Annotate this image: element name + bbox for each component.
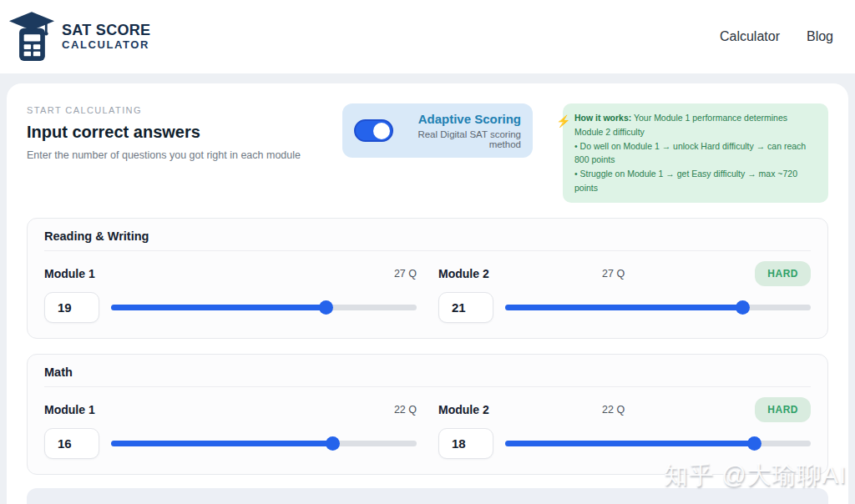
rw-module-2-input[interactable] — [438, 292, 493, 323]
question-count: 27 Q — [602, 268, 625, 280]
top-header: SAT SCORE CALCULATOR Calculator Blog — [0, 0, 855, 73]
adaptive-scoring-sublabel: Real Digital SAT scoring method — [403, 129, 521, 149]
slider-thumb[interactable] — [736, 300, 750, 315]
slider-track — [505, 441, 811, 446]
brand-subtitle: CALCULATOR — [62, 39, 150, 51]
how-it-works-bullet-2: • Struggle on Module 1 → get Easy diffic… — [574, 167, 818, 195]
module-label: Module 2 — [438, 403, 489, 416]
slider-thumb[interactable] — [326, 436, 340, 451]
math-module-2-slider[interactable] — [505, 436, 811, 451]
module-label: Module 1 — [44, 403, 95, 416]
slider-track — [505, 305, 811, 310]
rw-module-1: Module 1 27 Q — [44, 260, 417, 323]
nav-calculator[interactable]: Calculator — [720, 29, 780, 44]
section-math: Math Module 1 22 Q Module 2 22 — [27, 354, 828, 475]
slider-track — [111, 305, 417, 310]
question-count: 22 Q — [394, 404, 417, 416]
total-score-panel: Total Score 1360 94.5th percentile — [27, 488, 828, 504]
difficulty-badge: HARD — [755, 397, 811, 422]
lightning-icon: ⚡ — [556, 112, 570, 130]
math-module-2-input[interactable] — [438, 428, 493, 459]
slider-fill — [111, 305, 326, 310]
section-title: Math — [44, 365, 811, 387]
rw-module-1-slider[interactable] — [111, 300, 417, 315]
nav-blog[interactable]: Blog — [807, 29, 833, 44]
math-module-1-slider[interactable] — [111, 436, 417, 451]
section-title: Reading & Writing — [44, 229, 811, 251]
how-it-works-box: ⚡ How it works: Your Module 1 performanc… — [563, 103, 828, 203]
math-module-1-input[interactable] — [44, 428, 99, 459]
brand-name: SAT SCORE — [62, 23, 150, 39]
rw-module-2: Module 2 27 Q HARD — [438, 260, 811, 323]
adaptive-scoring-box: Adaptive Scoring Real Digital SAT scorin… — [342, 103, 533, 158]
slider-fill — [505, 305, 743, 310]
module-label: Module 1 — [44, 267, 95, 280]
slider-thumb[interactable] — [747, 436, 761, 451]
slider-thumb[interactable] — [319, 300, 333, 315]
how-it-works-heading: How it works: — [574, 113, 631, 123]
calculator-panel: START CALCULATING Input correct answers … — [7, 83, 848, 504]
how-it-works-bullet-1: • Do well on Module 1 → unlock Hard diff… — [574, 139, 818, 168]
brand-logo[interactable]: SAT SCORE CALCULATOR — [8, 11, 150, 63]
question-count: 27 Q — [394, 268, 417, 280]
calculator-grad-cap-icon — [8, 11, 55, 63]
question-count: 22 Q — [602, 404, 625, 416]
adaptive-scoring-toggle[interactable] — [354, 119, 393, 142]
section-reading-writing: Reading & Writing Module 1 27 Q Module 2 — [27, 218, 828, 339]
slider-fill — [111, 441, 333, 446]
rw-module-1-input[interactable] — [44, 292, 99, 323]
eyebrow-label: START CALCULATING — [27, 105, 312, 115]
page-title: Input correct answers — [27, 123, 312, 142]
module-label: Module 2 — [438, 267, 489, 280]
main-nav: Calculator Blog — [720, 29, 833, 44]
slider-fill — [505, 441, 755, 446]
math-module-1: Module 1 22 Q — [44, 396, 417, 459]
rw-module-2-slider[interactable] — [505, 300, 811, 315]
page-subtitle: Enter the number of questions you got ri… — [27, 149, 312, 161]
toggle-knob — [373, 123, 390, 139]
adaptive-scoring-label: Adaptive Scoring — [403, 112, 521, 126]
slider-track — [111, 441, 417, 446]
math-module-2: Module 2 22 Q HARD — [438, 396, 811, 459]
difficulty-badge: HARD — [755, 261, 811, 286]
